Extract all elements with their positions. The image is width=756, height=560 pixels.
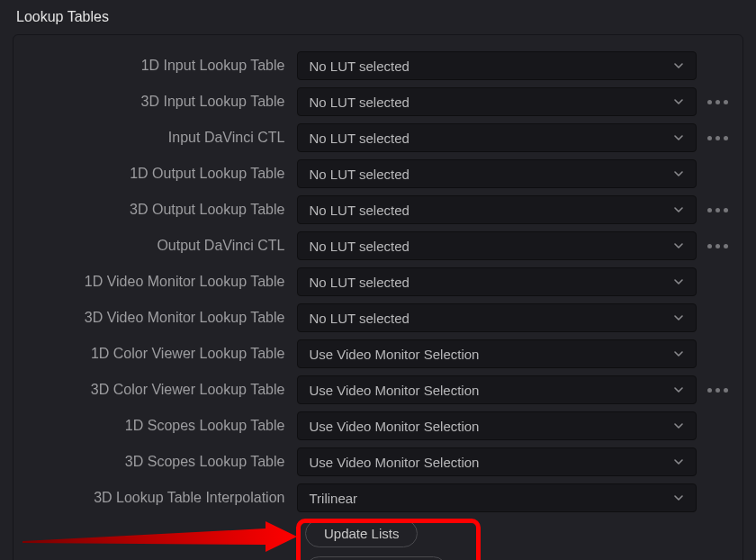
setting-label: 1D Scopes Lookup Table xyxy=(22,418,297,434)
setting-label: 3D Scopes Lookup Table xyxy=(22,454,297,470)
lut-select[interactable]: No LUT selected xyxy=(297,159,697,188)
annotation-arrow xyxy=(22,512,302,560)
setting-row: 3D Output Lookup TableNo LUT selected xyxy=(22,195,734,224)
lut-select[interactable]: No LUT selected xyxy=(297,267,697,296)
lut-select[interactable]: No LUT selected xyxy=(297,303,697,332)
setting-label: 3D Input Lookup Table xyxy=(22,94,297,110)
lut-select[interactable]: No LUT selected xyxy=(297,87,697,116)
chevron-down-icon xyxy=(672,456,685,468)
chevron-down-icon xyxy=(672,312,685,324)
chevron-down-icon xyxy=(672,131,685,144)
settings-box: 1D Input Lookup TableNo LUT selected3D I… xyxy=(13,34,743,560)
setting-row: 1D Video Monitor Lookup TableNo LUT sele… xyxy=(22,267,734,296)
chevron-down-icon xyxy=(672,348,685,360)
more-options-icon[interactable] xyxy=(702,136,734,140)
chevron-down-icon xyxy=(672,59,685,72)
chevron-down-icon xyxy=(672,384,685,396)
setting-row: Output DaVinci CTLNo LUT selected xyxy=(22,231,734,260)
setting-row: 3D Input Lookup TableNo LUT selected xyxy=(22,87,734,116)
chevron-down-icon xyxy=(672,492,685,504)
setting-label: 1D Output Lookup Table xyxy=(22,166,297,182)
select-value: Trilinear xyxy=(309,491,357,506)
setting-row: 3D Color Viewer Lookup TableUse Video Mo… xyxy=(22,375,734,404)
lut-select[interactable]: No LUT selected xyxy=(297,231,697,260)
setting-label: 3D Lookup Table Interpolation xyxy=(22,490,297,506)
more-options-icon[interactable] xyxy=(702,244,734,248)
select-value: Use Video Monitor Selection xyxy=(309,455,479,470)
chevron-down-icon xyxy=(672,420,685,432)
select-value: No LUT selected xyxy=(309,203,409,218)
update-lists-button[interactable]: Update Lists xyxy=(305,519,418,547)
chevron-down-icon xyxy=(672,275,685,288)
lut-select[interactable]: No LUT selected xyxy=(297,51,697,80)
select-value: No LUT selected xyxy=(309,167,409,182)
setting-label: 1D Video Monitor Lookup Table xyxy=(22,274,297,290)
setting-row: 3D Video Monitor Lookup TableNo LUT sele… xyxy=(22,303,734,332)
button-area: Update Lists Open LUT Folder xyxy=(305,519,734,560)
select-value: No LUT selected xyxy=(309,311,409,326)
panel-title: Lookup Tables xyxy=(16,9,743,25)
setting-label: 3D Video Monitor Lookup Table xyxy=(22,310,297,326)
setting-row: 3D Scopes Lookup TableUse Video Monitor … xyxy=(22,447,734,476)
select-value: Use Video Monitor Selection xyxy=(309,383,479,398)
setting-row: 1D Output Lookup TableNo LUT selected xyxy=(22,159,734,188)
more-options-icon[interactable] xyxy=(702,100,734,104)
setting-label: 1D Color Viewer Lookup Table xyxy=(22,346,297,362)
more-options-icon[interactable] xyxy=(702,388,734,393)
chevron-down-icon xyxy=(672,167,685,180)
setting-row: Input DaVinci CTLNo LUT selected xyxy=(22,123,734,152)
select-value: No LUT selected xyxy=(309,59,409,74)
setting-row: 3D Lookup Table InterpolationTrilinear xyxy=(22,483,734,512)
lut-select[interactable]: Use Video Monitor Selection xyxy=(297,447,697,476)
setting-row: 1D Scopes Lookup TableUse Video Monitor … xyxy=(22,411,734,440)
chevron-down-icon xyxy=(672,203,685,216)
setting-label: Output DaVinci CTL xyxy=(22,238,297,254)
select-value: No LUT selected xyxy=(309,131,409,146)
select-value: No LUT selected xyxy=(309,95,409,110)
lut-select[interactable]: Use Video Monitor Selection xyxy=(297,339,697,368)
select-value: No LUT selected xyxy=(309,239,409,254)
lut-select[interactable]: Use Video Monitor Selection xyxy=(297,375,697,404)
setting-label: 3D Output Lookup Table xyxy=(22,202,297,218)
lut-select[interactable]: Use Video Monitor Selection xyxy=(297,411,697,440)
more-options-icon[interactable] xyxy=(702,208,734,212)
open-lut-folder-button[interactable]: Open LUT Folder xyxy=(305,556,447,560)
select-value: No LUT selected xyxy=(309,275,409,290)
lut-select[interactable]: No LUT selected xyxy=(297,195,697,224)
setting-label: 3D Color Viewer Lookup Table xyxy=(22,382,297,398)
lut-select[interactable]: No LUT selected xyxy=(297,123,697,152)
chevron-down-icon xyxy=(672,95,685,108)
select-value: Use Video Monitor Selection xyxy=(309,419,479,434)
chevron-down-icon xyxy=(672,239,685,252)
setting-row: 1D Color Viewer Lookup TableUse Video Mo… xyxy=(22,339,734,368)
setting-row: 1D Input Lookup TableNo LUT selected xyxy=(22,51,734,80)
svg-marker-0 xyxy=(22,521,297,552)
lookup-tables-panel: Lookup Tables 1D Input Lookup TableNo LU… xyxy=(0,0,756,560)
setting-label: 1D Input Lookup Table xyxy=(22,58,297,74)
lut-select[interactable]: Trilinear xyxy=(297,483,697,512)
setting-label: Input DaVinci CTL xyxy=(22,130,297,146)
select-value: Use Video Monitor Selection xyxy=(309,347,479,362)
